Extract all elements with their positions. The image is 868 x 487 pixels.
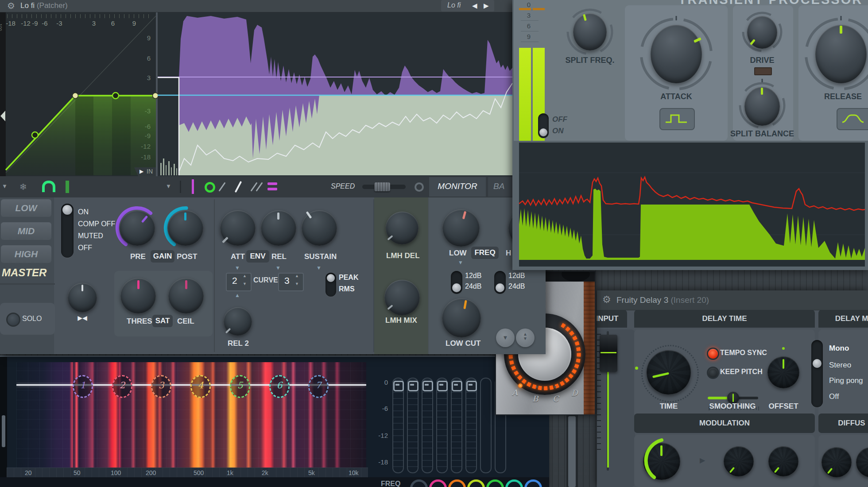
band-fader-handle[interactable]: [408, 381, 418, 391]
collapse-arrow-icon: ▼: [503, 334, 508, 341]
gain-label[interactable]: GAIN: [151, 250, 174, 263]
release-indicator: [840, 26, 842, 34]
curve-stepper-2-down-icon[interactable]: ▼: [295, 282, 299, 286]
stereo-sep-indicator: [81, 285, 83, 291]
curve-stepper-2-up-icon[interactable]: ▲: [295, 274, 299, 278]
hardware-dot-c: [554, 386, 556, 388]
slope-toggle-1-handle[interactable]: [452, 283, 461, 292]
low-cut-knob[interactable]: [442, 298, 481, 337]
mod-arrow-icon: ▶: [700, 456, 705, 464]
square-pulse-icon: [665, 113, 688, 124]
release-shape-button[interactable]: [837, 108, 868, 130]
db-label-0: 0: [366, 379, 388, 386]
bypass-off-label: OFF: [552, 115, 567, 124]
diffusion-knob[interactable]: [822, 447, 852, 477]
band-fader-handle[interactable]: [422, 381, 433, 391]
rel2-expand-icon[interactable]: ▲: [235, 292, 240, 298]
sustain-knob[interactable]: [302, 210, 337, 246]
fruity-delay-3-window: ⚙ Fruity Delay 3 (Insert 20) INPUT DELAY…: [597, 290, 868, 487]
rel-dropdown-icon[interactable]: ▼: [275, 265, 281, 271]
slope-1-12db-label: 12dB: [465, 272, 481, 280]
hardware-letter-b[interactable]: B: [532, 394, 538, 403]
band-handle-6-label: 6: [269, 380, 290, 390]
spectral-left-scrollbar[interactable]: [2, 415, 5, 447]
band-fader-handle[interactable]: [437, 381, 448, 391]
band-handle-5-label: 5: [230, 380, 250, 390]
slope-toggle-2-handle[interactable]: [496, 283, 504, 292]
low-freq-label[interactable]: FREQ: [471, 247, 499, 259]
mod-amount-knob[interactable]: [768, 446, 798, 476]
rms-label: RMS: [339, 285, 355, 293]
band-fader-handle[interactable]: [466, 381, 477, 391]
post-knob-indicator: [184, 213, 186, 220]
band-handle-3-label: 3: [151, 380, 171, 390]
band-collapse-button[interactable]: ▼: [496, 329, 515, 347]
att-dropdown-icon[interactable]: ▼: [235, 265, 240, 271]
band-fader-handle[interactable]: [393, 381, 404, 391]
band-fader-track[interactable]: [436, 378, 448, 473]
db-label-m18: -18: [366, 458, 388, 466]
band-fader-handle-dash: [469, 384, 473, 386]
lmh-mix-knob[interactable]: [384, 280, 420, 315]
sustain-dropdown-icon[interactable]: ▼: [316, 265, 322, 271]
curve-stepper-1-up-icon[interactable]: ▲: [243, 274, 247, 278]
lmh-mix-label: LMH MIX: [385, 316, 417, 325]
spectrogram-display[interactable]: 1 2 3 4 5 6 7: [16, 362, 366, 468]
curve-label: CURVE: [253, 276, 278, 284]
low-knob[interactable]: [442, 209, 480, 247]
band-fader-track[interactable]: [407, 378, 418, 473]
band-handle-4-label: 4: [190, 380, 211, 390]
freq-label-50: 50: [74, 469, 81, 476]
low-dropdown-icon[interactable]: ▼: [458, 259, 463, 266]
freq-label-10k: 10k: [349, 469, 359, 476]
spectral-eq-window: 1 2 3 4 5 6 7 20 50 100 200 500 1k 2k 5k…: [0, 356, 549, 487]
slope-2-24db-label: 24dB: [508, 282, 525, 290]
hardware-letter-c[interactable]: C: [553, 394, 559, 403]
band-fader-handle-dash: [425, 384, 429, 386]
curve-stepper-1[interactable]: [226, 273, 252, 291]
split-freq-knob[interactable]: [573, 13, 607, 50]
slope-1-24db-label: 24dB: [465, 282, 481, 290]
lmh-del-knob[interactable]: [386, 212, 418, 244]
scroll-down-icon: ▼: [516, 336, 535, 341]
spectral-bottom-strip: [0, 477, 549, 487]
env-label[interactable]: ENV: [246, 250, 269, 263]
rel2-label: REL 2: [228, 339, 249, 348]
patcher-window: ⚙ Lo fi (Patcher) Lo fi ◀ ▶ 100 -18 -12 …: [0, 0, 546, 354]
band-scroll-button[interactable]: ▲ ▼: [516, 329, 535, 347]
rel-knob-indicator: [277, 213, 279, 220]
thres-label: THRES: [127, 317, 152, 326]
ceil-label: CEIL: [177, 317, 194, 326]
pre-knob[interactable]: [120, 210, 155, 246]
sat-label[interactable]: SAT: [152, 315, 173, 327]
release-label: RELEASE: [824, 92, 860, 101]
curve-stepper-1-down-icon[interactable]: ▼: [243, 282, 247, 286]
band-handle-2-label: 2: [112, 380, 132, 390]
merge-right-tri: ▶: [78, 314, 82, 321]
post-label: POST: [177, 252, 197, 261]
section-divider: [214, 199, 215, 352]
peak-rms-handle[interactable]: [327, 274, 335, 282]
attack-shape-button[interactable]: [659, 108, 695, 130]
transient-display[interactable]: [519, 143, 865, 267]
mod-rate-knob[interactable]: [724, 446, 754, 476]
attack-knob[interactable]: [651, 25, 702, 83]
band-fader-track[interactable]: [422, 378, 433, 473]
bypass-handle[interactable]: [539, 128, 547, 136]
freq-label-5k: 5k: [308, 469, 315, 476]
thres-knob-indicator: [137, 280, 140, 289]
ceil-knob-indicator: [185, 280, 187, 289]
band-fader-track[interactable]: [465, 378, 477, 473]
band-fader-track[interactable]: [480, 378, 492, 473]
band-fader-track[interactable]: [451, 378, 462, 473]
freq-label-200: 200: [146, 469, 156, 476]
curve-stepper-2[interactable]: [278, 273, 304, 291]
hardware-letter-d[interactable]: D: [571, 388, 577, 398]
hardware-dot-b: [536, 386, 538, 388]
band-fader-handle[interactable]: [452, 381, 462, 391]
background-scrollbar[interactable]: [568, 416, 576, 487]
band-fader-track[interactable]: [392, 378, 404, 473]
hardware-letter-a[interactable]: A: [512, 388, 518, 397]
lmh-del-label: LMH DEL: [386, 251, 420, 260]
pre-label: PRE: [130, 252, 146, 261]
